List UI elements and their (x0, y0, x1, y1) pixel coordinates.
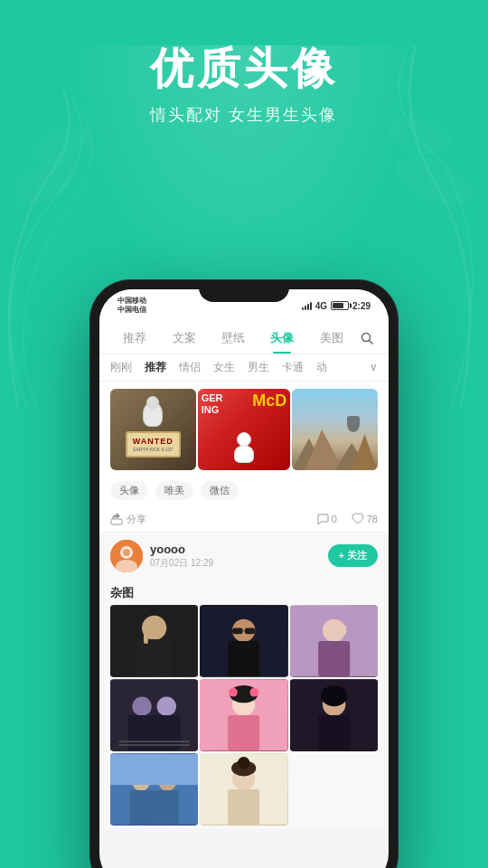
main-title: 优质头像 (0, 45, 488, 93)
sub-nav-recent[interactable]: 刚刚 (110, 360, 132, 375)
tab-meitou[interactable]: 美图 (307, 326, 356, 350)
like-count: 78 (367, 514, 378, 524)
user-avatar[interactable] (110, 540, 143, 572)
status-right: 4G 2:29 (302, 301, 371, 311)
phone-mockup: 中国移动 中国电信 4G 2:29 (90, 280, 398, 868)
sub-title: 情头配对 女生男生头像 (0, 104, 488, 126)
svg-rect-17 (136, 639, 172, 676)
svg-rect-22 (245, 627, 256, 634)
image-mountain[interactable] (292, 389, 378, 470)
tab-copywriting[interactable]: 文案 (159, 326, 208, 350)
svg-rect-45 (318, 715, 350, 750)
svg-point-40 (250, 688, 259, 697)
tab-avatar[interactable]: 头像 (258, 326, 306, 350)
svg-rect-24 (228, 641, 259, 676)
photo-item[interactable] (110, 679, 198, 751)
svg-point-39 (229, 688, 238, 697)
svg-rect-10 (111, 519, 122, 524)
photo-item[interactable] (110, 753, 198, 826)
tag-wechat[interactable]: 微信 (201, 481, 239, 500)
svg-point-2 (389, 146, 479, 216)
battery-icon (331, 301, 349, 310)
photo-grid (99, 605, 389, 829)
network-type: 4G (315, 301, 327, 311)
photo-item[interactable] (290, 679, 378, 751)
svg-point-54 (238, 757, 250, 769)
share-label: 分享 (127, 513, 146, 526)
phone-inner: 中国移动 中国电信 4G 2:29 (99, 289, 389, 868)
top-image-row: WANTED EARTH KICK 6-137 McD GERING (99, 382, 389, 474)
comment-count: 0 (332, 514, 337, 524)
photo-item[interactable] (200, 753, 287, 826)
action-bar: 分享 0 78 (99, 507, 389, 533)
nav-tabs: 推荐 文案 壁纸 头像 美图 (99, 319, 389, 354)
phone-outer: 中国移动 中国电信 4G 2:29 (90, 280, 398, 868)
section-title: 杂图 (99, 580, 389, 605)
tab-recommend[interactable]: 推荐 (110, 326, 159, 350)
user-row: yoooo 07月02日 12:29 + 关注 (99, 533, 389, 580)
image-wanted[interactable]: WANTED EARTH KICK 6-137 (110, 389, 196, 470)
share-button[interactable]: 分享 (110, 513, 146, 526)
svg-point-0 (5, 147, 85, 215)
user-time: 07月02日 12:29 (150, 557, 321, 570)
svg-rect-28 (338, 623, 342, 634)
svg-rect-49 (129, 790, 179, 825)
time-display: 2:29 (352, 301, 371, 311)
wanted-poster: WANTED EARTH KICK 6-137 (126, 431, 181, 458)
user-info: yoooo 07月02日 12:29 (150, 542, 321, 570)
tag-avatar[interactable]: 头像 (110, 481, 148, 500)
sub-nav-recommend[interactable]: 推荐 (145, 360, 166, 375)
comment-button[interactable]: 0 (316, 513, 337, 525)
image-mcd[interactable]: McD GERING (198, 389, 291, 470)
svg-point-31 (132, 696, 151, 715)
svg-line-5 (370, 340, 373, 344)
sub-nav-motion[interactable]: 动 (316, 360, 327, 375)
sub-nav-couple[interactable]: 情侣 (179, 360, 201, 375)
svg-point-44 (321, 685, 347, 706)
svg-point-1 (28, 118, 99, 171)
svg-point-32 (157, 696, 176, 715)
search-icon[interactable] (356, 327, 378, 349)
photo-item[interactable] (200, 679, 287, 751)
sub-nav-cartoon[interactable]: 卡通 (282, 360, 304, 375)
svg-rect-41 (228, 715, 259, 750)
svg-rect-29 (343, 625, 346, 634)
photo-item[interactable] (110, 605, 198, 677)
chevron-down-icon[interactable]: ∨ (370, 361, 378, 373)
photo-item[interactable] (290, 605, 378, 677)
svg-rect-50 (110, 754, 198, 785)
header-section: 优质头像 情头配对 女生男生头像 (0, 0, 488, 126)
carrier-info: 中国移动 中国电信 (117, 297, 146, 316)
user-name: yoooo (150, 542, 321, 556)
svg-rect-55 (228, 789, 259, 825)
tags-row: 头像 唯美 微信 (99, 474, 389, 507)
svg-rect-18 (144, 630, 148, 644)
svg-point-26 (323, 618, 345, 641)
svg-point-14 (123, 549, 130, 556)
tag-aesthetic[interactable]: 唯美 (155, 481, 193, 500)
follow-button[interactable]: + 关注 (328, 544, 378, 567)
sub-nav-female[interactable]: 女生 (213, 360, 235, 375)
phone-notch (199, 280, 289, 302)
photo-item[interactable] (200, 605, 287, 677)
svg-rect-21 (232, 627, 243, 634)
like-button[interactable]: 78 (352, 513, 378, 525)
svg-rect-27 (318, 641, 350, 676)
sub-nav: 刚刚 推荐 情侣 女生 男生 卡通 动 ∨ (99, 354, 389, 382)
tab-wallpaper[interactable]: 壁纸 (209, 326, 258, 350)
signal-icon (302, 301, 312, 310)
sub-nav-male[interactable]: 男生 (248, 360, 269, 375)
